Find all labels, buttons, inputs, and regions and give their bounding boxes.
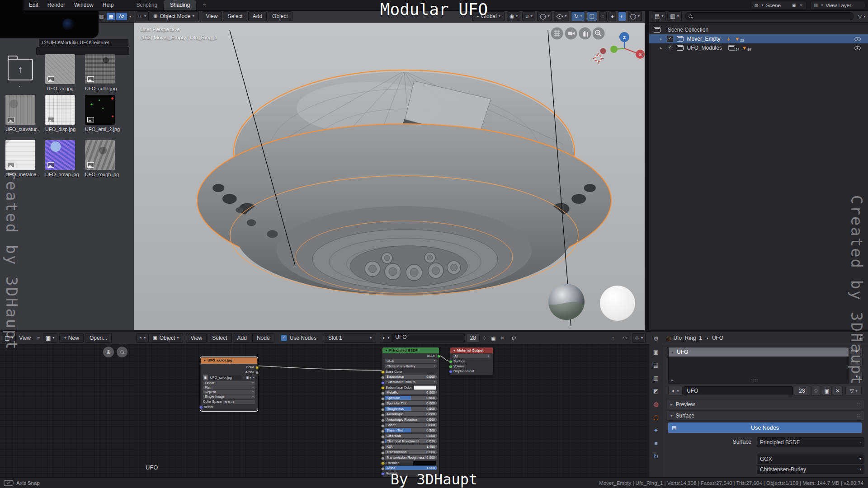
socket-dot[interactable] — [381, 446, 385, 450]
output-socket-alpha[interactable]: Alpha — [201, 370, 257, 375]
socket-dot[interactable] — [381, 457, 385, 460]
zoom-gizmo-icon[interactable] — [117, 347, 127, 357]
resize-grip[interactable]: ∷∷ — [751, 378, 758, 383]
principled-subsurface-slider[interactable]: Subsurface0.000 — [385, 375, 437, 379]
eye-icon[interactable] — [854, 37, 861, 41]
principled-specular-tint-slider[interactable]: Specular Tint0.000 — [385, 401, 437, 405]
file-item[interactable]: UFO_curvatur.. — [5, 95, 35, 132]
distribution-dropdown[interactable]: GGX▾ — [757, 455, 864, 464]
file-item[interactable]: UFO_nmap.jpg — [45, 140, 75, 177]
dropdown-flat[interactable]: Flat▾ — [203, 385, 255, 389]
path-field[interactable]: D:\UFO\Modular UFO\Texture\ — [39, 39, 128, 47]
display-mode-dropdown[interactable]: ▤▾ — [652, 11, 666, 21]
principled-ior-slider[interactable]: IOR1.450 — [385, 445, 437, 449]
node-header[interactable]: ▼Material Output — [450, 347, 493, 353]
principled-sheen-tint-slider[interactable]: Sheen Tint0.500 — [385, 428, 437, 432]
pin-icon[interactable] — [509, 334, 519, 342]
menu-render[interactable]: Render — [43, 0, 70, 10]
outliner-row-ufo_modules[interactable]: ▸✓UFO_Modules24▼99 — [649, 43, 868, 52]
input-socket-vector[interactable]: Vector — [201, 404, 257, 409]
outliner-row-mover_empty[interactable]: ▸✓Mover_Empty+▼23 — [649, 34, 868, 43]
properties-tab-tool[interactable]: ⚙ — [649, 332, 663, 345]
principled-emission-swatch[interactable] — [413, 461, 436, 465]
properties-tab-physics[interactable]: ↻ — [649, 450, 663, 463]
properties-tab-object[interactable]: ▢ — [649, 411, 663, 424]
principled-christensen-burley-dropdown[interactable]: Christensen-Burley▾ — [385, 364, 437, 368]
output-input-displacement[interactable]: Displacement — [450, 369, 493, 374]
camera-view-button[interactable] — [565, 28, 577, 40]
bsdf-output-socket[interactable]: BSDF — [382, 353, 439, 358]
shader-menu-add[interactable]: Add — [233, 333, 251, 343]
mode-dropdown[interactable]: ▣Object Mode▾ — [149, 11, 199, 21]
dropdown-linear[interactable]: Linear▾ — [203, 381, 255, 385]
viewport-menu-object[interactable]: Object — [268, 11, 292, 21]
shading-solid-button[interactable]: ● — [609, 11, 616, 21]
scene-name[interactable]: Scene — [763, 3, 791, 8]
properties-tab-view-layer[interactable]: ▥ — [649, 371, 663, 385]
socket-dot[interactable] — [381, 381, 385, 385]
material-specials-dropdown[interactable]: ▽▾ — [845, 386, 862, 396]
principled-subsurface-radius-dropdown[interactable]: Subsurface Radius▾ — [385, 380, 437, 384]
xray-toggle[interactable]: ◫ — [587, 11, 597, 21]
node-options-dropdown[interactable]: ⊹▾ — [632, 333, 646, 343]
material-name-field[interactable]: UFO — [392, 333, 465, 343]
viewport-menu-select[interactable]: Select — [223, 11, 247, 21]
menu-edit[interactable]: Edit — [24, 0, 43, 10]
workspace-tab-scripting[interactable]: Scripting — [130, 0, 164, 10]
eye-icon[interactable] — [854, 46, 861, 50]
image-editor-canvas[interactable] — [0, 344, 134, 477]
browse-material-dropdown[interactable]: ◐▾ — [668, 386, 683, 396]
file-item[interactable]: UFO_disp.jpg — [45, 95, 75, 132]
socket-dot[interactable] — [199, 406, 203, 409]
open-image-button[interactable]: Open... — [85, 333, 112, 343]
subsurface-method-dropdown[interactable]: Christensen-Burley▾ — [757, 465, 864, 474]
socket-dot[interactable] — [381, 430, 385, 433]
snap-toggle[interactable]: ∪▾ — [522, 11, 535, 21]
active-tool-button[interactable]: +▾ — [137, 11, 149, 21]
properties-tab-world[interactable]: ◍ — [649, 398, 663, 411]
principled-subsurface-color-swatch[interactable] — [414, 385, 436, 390]
view-layer-name[interactable]: View Layer — [823, 3, 863, 8]
color-space-dropdown[interactable]: sRGB — [223, 400, 255, 404]
shader-node-canvas[interactable]: ▼UFO_color.jpg ColorAlpha▣UFO_color.jpg♢… — [134, 344, 649, 477]
fake-user-shield-icon[interactable]: ♢ — [811, 386, 821, 396]
parent-node-tree-icon[interactable]: ↑ — [609, 334, 618, 342]
properties-tab-scene[interactable]: ◩ — [649, 385, 663, 398]
socket-dot[interactable] — [381, 371, 385, 374]
expand-arrow-icon[interactable]: ▸ — [660, 46, 662, 50]
snap-node-icon[interactable]: ◠ — [620, 334, 629, 342]
shading-rendered-button[interactable]: ◯▾ — [628, 11, 642, 21]
socket-dot[interactable] — [255, 366, 259, 370]
gizmo-x-neg-axis[interactable] — [600, 48, 606, 54]
visibility-checkbox[interactable]: ✓ — [667, 36, 673, 42]
item-name[interactable]: Scene Collection — [668, 27, 708, 33]
pivot-dropdown[interactable]: ◉▾ — [507, 11, 521, 21]
output-input-volume[interactable]: Volume — [450, 364, 493, 369]
principled-bsdf-node[interactable]: ▼Principled BSDF BSDF GGX▾Christensen-Bu… — [382, 347, 439, 477]
principled-ggx-dropdown[interactable]: GGX▾ — [385, 359, 437, 363]
display-thumbnails-icon[interactable]: ▦ — [107, 13, 115, 20]
item-name[interactable]: UFO_Modules — [687, 45, 722, 51]
search-input[interactable] — [685, 12, 854, 20]
workspace-tab-shading[interactable]: Shading — [164, 0, 196, 10]
socket-dot[interactable] — [449, 360, 453, 364]
pan-view-button[interactable] — [579, 28, 591, 40]
shader-type-dropdown[interactable]: ▣Object▾ — [148, 333, 183, 343]
file-item[interactable]: UFO_color.jpg — [85, 54, 115, 91]
shader-menu-view[interactable]: View — [186, 333, 207, 343]
visibility-checkbox[interactable]: ✓ — [667, 45, 673, 51]
socket-dot[interactable] — [381, 435, 385, 439]
viewport-menu-view[interactable]: View — [202, 11, 222, 21]
file-item[interactable]: UFO_emi_2.jpg — [85, 95, 115, 132]
socket-dot[interactable] — [381, 424, 385, 428]
image-name-field[interactable]: UFO_color.jpg — [209, 375, 241, 380]
socket-dot[interactable] — [381, 403, 385, 406]
principled-anisotropic-slider[interactable]: Anisotropic0.000 — [385, 412, 437, 416]
shading-wireframe-button[interactable]: ◌ — [599, 11, 607, 21]
image-texture-node[interactable]: ▼UFO_color.jpg ColorAlpha▣UFO_color.jpg♢… — [200, 357, 258, 411]
socket-dot[interactable] — [449, 370, 453, 374]
principled-alpha-slider[interactable]: Alpha1.000 — [385, 466, 437, 470]
properties-tab-constraints[interactable]: ≡ — [649, 437, 663, 450]
socket-dot[interactable] — [381, 413, 385, 417]
new-material-icon[interactable]: ▣ — [489, 334, 498, 342]
